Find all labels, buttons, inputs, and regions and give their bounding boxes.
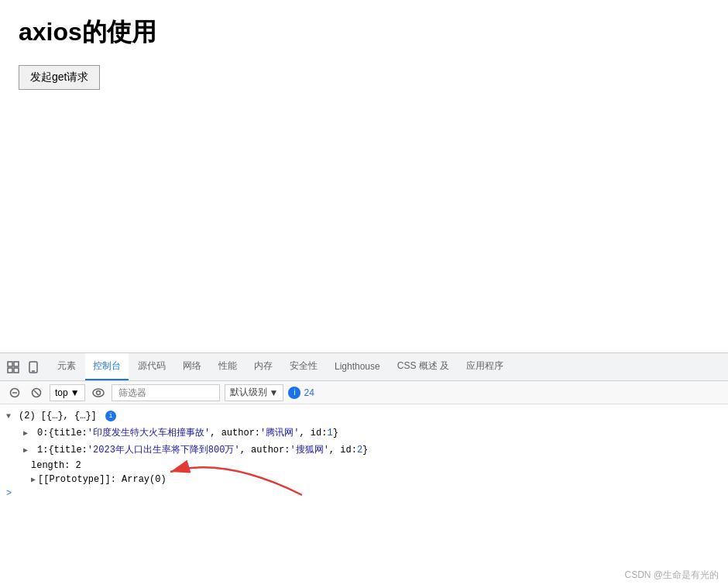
item-1-author-key: , author: [240,443,290,457]
item-1-index: 1: [37,443,48,457]
item-1-id-key: , id: [329,443,357,457]
console-toolbar: top ▼ 默认级别 ▼ i 24 [0,381,728,404]
item-0-author-val: '腾讯网' [260,426,299,440]
item-1-id-val: 2 [357,443,362,457]
svg-point-11 [96,390,100,394]
expand-arrow-1-icon[interactable]: ▶ [23,444,28,458]
console-array-header[interactable]: ▼ (2) [{…}, {…}] i [0,407,728,425]
tab-application[interactable]: 应用程序 [458,353,511,380]
log-level-selector[interactable]: 默认级别 ▼ [225,384,284,401]
tab-security[interactable]: 安全性 [282,353,325,380]
svg-rect-0 [8,362,12,366]
page-title: axios的使用 [19,15,709,50]
item-0-brace-open: {title: [48,426,87,440]
item-1-author-val: '搜狐网' [290,443,328,457]
get-request-button[interactable]: 发起get请求 [19,65,100,90]
watermark: CSDN @生命是有光的 [624,569,719,582]
svg-line-9 [34,390,39,395]
filter-input[interactable] [112,384,220,401]
clear-console-button[interactable] [6,384,23,401]
svg-rect-2 [8,368,12,373]
mobile-icon[interactable] [25,359,42,376]
tab-console[interactable]: 控制台 [85,353,129,380]
filter-button[interactable] [28,384,45,401]
tab-performance[interactable]: 性能 [211,353,245,380]
console-item-1[interactable]: ▶ 1: {title: '2023年人口出生率将下降到800万' , auth… [0,442,728,459]
tab-elements[interactable]: 元素 [50,353,84,380]
console-prompt[interactable]: > [0,487,728,500]
devtools-tab-icons [5,359,42,376]
svg-rect-1 [14,362,19,366]
expand-arrow-prototype-icon[interactable]: ▶ [31,475,36,484]
console-length-line: length: 2 [0,459,728,473]
chevron-down-icon: ▼ [70,387,80,398]
console-output[interactable]: ▼ (2) [{…}, {…}] i ▶ 0: {title: '印度发生特大火… [0,404,728,588]
chevron-down-icon: ▼ [270,387,279,398]
main-content: axios的使用 发起get请求 [0,0,728,352]
item-0-title-val: '印度发生特大火车相撞事故' [88,426,210,440]
svg-point-10 [93,389,104,397]
item-0-brace-close: } [333,426,338,440]
array-header-text: (2) [{…}, {…}] i [19,409,116,423]
tab-css-overview[interactable]: CSS 概述 及 [390,353,457,380]
item-1-brace-open: {title: [48,443,87,457]
expand-arrow-0-icon[interactable]: ▶ [23,427,28,441]
tab-network[interactable]: 网络 [175,353,209,380]
tab-lighthouse[interactable]: Lighthouse [327,353,388,380]
devtools-tab-bar: 元素 控制台 源代码 网络 性能 内存 安全性 Lighthouse CSS 概… [0,353,728,381]
message-count-badge: i 24 [288,387,314,399]
item-1-title-val: '2023年人口出生率将下降到800万' [88,443,240,457]
info-badge: i [105,411,116,421]
devtools-panel: 元素 控制台 源代码 网络 性能 内存 安全性 Lighthouse CSS 概… [0,352,728,588]
info-badge-icon: i [288,387,300,399]
svg-rect-3 [14,368,19,373]
expand-arrow-icon[interactable]: ▼ [6,410,11,424]
console-prototype-line[interactable]: ▶ [[Prototype]]: Array(0) [0,473,728,487]
console-item-0[interactable]: ▶ 0: {title: '印度发生特大火车相撞事故' , author: '腾… [0,425,728,442]
item-0-id-key: , id: [299,426,327,440]
item-0-id-val: 1 [327,426,332,440]
item-0-author-key: , author: [210,426,260,440]
tab-sources[interactable]: 源代码 [130,353,173,380]
item-0-index: 0: [37,426,48,440]
tab-memory[interactable]: 内存 [246,353,280,380]
inspect-icon[interactable] [5,359,22,376]
context-selector[interactable]: top ▼ [50,384,85,401]
item-1-brace-close: } [362,443,368,457]
eye-icon-button[interactable] [90,384,107,401]
